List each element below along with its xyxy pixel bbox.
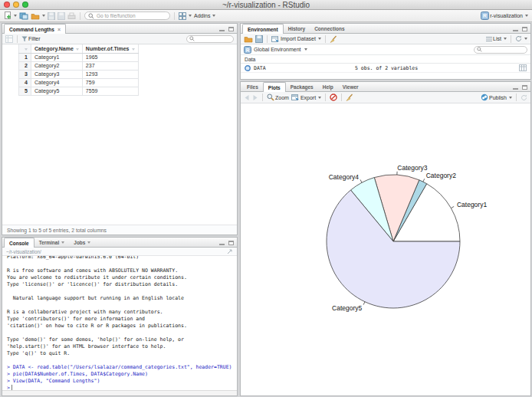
column-header-number-of-times[interactable]: Number.of.Times: [82, 44, 138, 53]
project-menu-button[interactable]: R r-visualization: [481, 11, 528, 20]
chevron-down-icon: [42, 15, 45, 17]
close-icon[interactable]: ×: [57, 27, 61, 32]
save-workspace-icon[interactable]: [255, 35, 263, 43]
scope-selector[interactable]: Global Environment: [254, 47, 300, 52]
toolbar-divider: [516, 94, 517, 101]
new-file-button[interactable]: [4, 11, 17, 20]
minimize-panel-button[interactable]: [513, 30, 518, 31]
maximize-panel-button[interactable]: [228, 27, 234, 31]
chevron-down-icon: [304, 48, 307, 51]
zoom-plot-button[interactable]: Zoom: [267, 94, 289, 101]
export-plot-button[interactable]: Export: [291, 94, 321, 101]
tab-files[interactable]: Files: [242, 82, 263, 91]
refresh-button[interactable]: [515, 35, 527, 42]
refresh-icon[interactable]: [521, 94, 527, 101]
console-output[interactable]: Platform: x86_64-apple-darwin15.6.0 (64-…: [2, 256, 237, 390]
horizontal-scrollbar[interactable]: [2, 390, 237, 395]
chevron-down-icon: [212, 15, 215, 17]
back-arrow-icon[interactable]: [244, 94, 250, 101]
table-search-input[interactable]: [186, 35, 234, 43]
tab-history[interactable]: History: [284, 24, 310, 33]
filter-funnel-icon: [21, 36, 28, 42]
tab-connections[interactable]: Connections: [310, 24, 349, 33]
maximize-panel-button[interactable]: [522, 27, 527, 31]
tab-plots[interactable]: Plots: [263, 82, 286, 92]
tab-console[interactable]: Console: [4, 238, 34, 248]
remove-plot-icon[interactable]: [330, 94, 337, 101]
environment-tabbar: Environment History Connections: [241, 24, 530, 34]
sort-icon: [132, 48, 135, 51]
plots-toolbar: Zoom Export Publish: [241, 92, 530, 103]
main-toolbar: Go to file/function Addins R r-visualiza…: [0, 10, 532, 22]
console-prompt[interactable]: >: [7, 385, 237, 390]
toolbar-divider: [174, 12, 175, 20]
tab-packages[interactable]: Packages: [286, 82, 318, 91]
text-cursor: [11, 385, 12, 390]
publish-button[interactable]: Publish: [481, 94, 512, 101]
filter-button[interactable]: Filter: [21, 36, 41, 42]
minimize-panel-button[interactable]: [513, 88, 518, 90]
view-table-icon[interactable]: [519, 64, 527, 71]
tab-environment[interactable]: Environment: [242, 24, 284, 34]
load-workspace-icon[interactable]: [244, 35, 253, 43]
list-icon: [486, 36, 492, 42]
console-line: Type 'license()' or 'licence()' for dist…: [7, 281, 237, 288]
export-icon: [291, 94, 300, 101]
plots-tabbar: Files Plots Packages Help Viewer: [241, 82, 530, 92]
addins-label: Addins: [194, 13, 210, 18]
refresh-icon: [515, 35, 522, 42]
data-viewer-tabbar: Command Lengths ×: [2, 24, 237, 34]
console-line: R is free software and comes with ABSOLU…: [7, 267, 237, 274]
row-number-header[interactable]: [19, 44, 31, 53]
chevron-down-icon: [504, 38, 507, 40]
maximize-panel-button[interactable]: [228, 241, 234, 245]
console-command: > DATA <- read.table("/Users/lsalazar/co…: [7, 364, 237, 371]
clear-plots-broom-icon[interactable]: [346, 94, 353, 101]
open-file-button[interactable]: [31, 12, 45, 20]
environment-object-row[interactable]: DATA 5 obs. of 2 variables: [241, 64, 530, 73]
tab-command-lengths[interactable]: Command Lengths ×: [4, 24, 66, 34]
maximize-panel-button[interactable]: [522, 85, 527, 90]
console-line: Type 'contributors()' for more informati…: [7, 316, 237, 323]
environment-search-input[interactable]: [474, 46, 527, 54]
console-line: 'citation()' on how to cite R or R packa…: [7, 323, 237, 330]
title-bar: ~/r-visualization - RStudio: [0, 0, 532, 10]
search-icon: [88, 13, 94, 19]
save-button[interactable]: [48, 12, 55, 20]
list-view-button[interactable]: List: [486, 36, 507, 42]
console-line: [7, 357, 237, 364]
toolbar-divider: [262, 94, 263, 101]
save-all-button[interactable]: [57, 12, 65, 20]
pie-label-tick: [423, 179, 425, 182]
chevron-down-icon: [14, 15, 17, 17]
pie-label-category3: Category3: [397, 164, 427, 172]
environment-panel: Environment History Connections Import D…: [240, 23, 531, 80]
console-command: > pie(DATA$Number.of.Times, DATA$Categor…: [7, 371, 237, 378]
new-project-button[interactable]: [19, 11, 28, 20]
clear-objects-broom-icon[interactable]: [330, 35, 337, 43]
forward-arrow-icon[interactable]: [252, 94, 258, 101]
console-line: 'help.start()' for an HTML browser inter…: [7, 343, 237, 350]
tab-terminal[interactable]: Terminal: [34, 238, 70, 247]
goto-file-input[interactable]: Go to file/function: [84, 11, 170, 20]
console-line: R is a collaborative project with many c…: [7, 309, 237, 316]
data-table: Category.Name Number.of.Times 1Category1…: [18, 44, 139, 96]
addins-button[interactable]: Addins: [194, 13, 215, 18]
tab-help[interactable]: Help: [318, 82, 338, 91]
pane-layout-button[interactable]: [179, 12, 192, 20]
print-button[interactable]: [67, 12, 76, 20]
tab-viewer[interactable]: Viewer: [338, 82, 363, 91]
column-header-category-name[interactable]: Category.Name: [31, 44, 83, 53]
minimize-panel-button[interactable]: [219, 244, 225, 245]
grid-view-icon[interactable]: [5, 35, 13, 43]
console-line: Type 'q()' to quit R.: [7, 350, 237, 357]
console-line: [7, 330, 237, 336]
sort-icon: [76, 48, 79, 51]
popout-icon[interactable]: [227, 248, 233, 254]
plots-panel: Files Plots Packages Help Viewer Zoom Ex…: [240, 81, 531, 396]
import-dataset-button[interactable]: Import Dataset: [271, 35, 321, 43]
pie-label-category4: Category4: [329, 173, 359, 181]
new-project-icon: [19, 11, 28, 20]
tab-jobs[interactable]: Jobs: [69, 238, 95, 247]
minimize-panel-button[interactable]: [219, 30, 225, 31]
